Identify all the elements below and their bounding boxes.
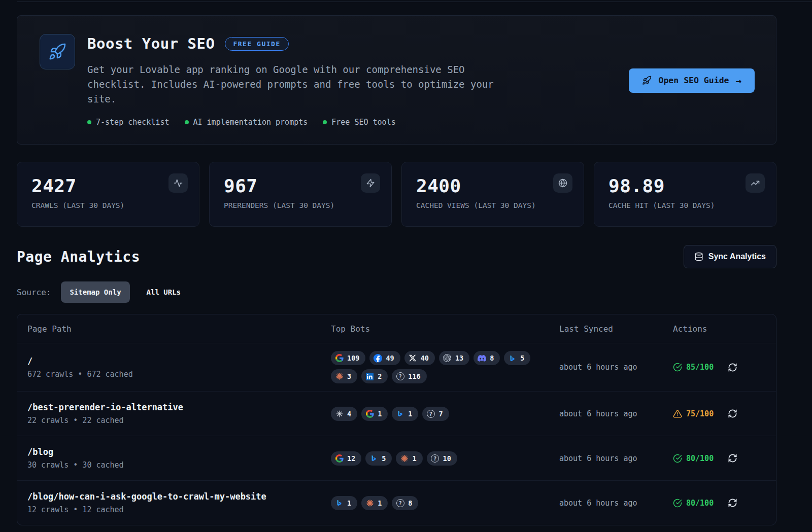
page-path: /	[27, 356, 331, 366]
bot-badge-google: 12	[331, 451, 361, 466]
refresh-icon	[728, 498, 737, 508]
bot-badge-google: 109	[331, 351, 365, 365]
stat-card-prerenders: 967 PRERENDERS (LAST 30 DAYS)	[209, 162, 392, 227]
bot-count: 49	[386, 354, 394, 362]
last-synced: about 6 hours ago	[559, 409, 673, 418]
banner-title: Boost Your SEO	[87, 35, 215, 52]
refresh-button[interactable]	[727, 452, 738, 464]
asterisk-bot-icon	[335, 409, 344, 418]
rocket-icon-box	[40, 34, 75, 69]
stat-card-cache-hit: 98.89 CACHE HIT (LAST 30 DAYS)	[594, 162, 776, 227]
column-header-last-synced: Last Synced	[559, 324, 673, 334]
arrow-right-icon: →	[736, 75, 741, 86]
bot-badges: 11?8	[331, 496, 554, 510]
score-value: 75/100	[686, 409, 714, 418]
bot-badge-bing: 5	[365, 451, 392, 466]
feature-label: 7-step checklist	[96, 118, 170, 127]
stat-value: 2427	[31, 175, 185, 196]
google-bot-icon	[335, 454, 344, 463]
table-row: /best-prerender-io-alternative 22 crawls…	[17, 391, 776, 436]
score-value: 80/100	[686, 454, 714, 463]
question-mark-icon: ?	[427, 410, 435, 418]
rocket-icon	[48, 43, 66, 61]
bot-count: 12	[347, 454, 355, 463]
stat-label: CRAWLS (LAST 30 DAYS)	[31, 201, 185, 209]
table-row: /blog 30 crawls • 30 cached 1251?10 abou…	[17, 436, 776, 480]
stat-value: 2400	[416, 175, 569, 196]
bot-badge-facebook: 49	[369, 351, 400, 365]
stat-cards: 2427 CRAWLS (LAST 30 DAYS) 967 PRERENDER…	[17, 162, 776, 227]
bot-count: 8	[490, 354, 494, 362]
page-crawl-stats: 30 crawls • 30 cached	[27, 460, 331, 470]
feature-label: AI implementation prompts	[193, 118, 308, 127]
bot-badge-discord: 8	[473, 351, 500, 365]
score-badge: 80/100	[673, 499, 714, 508]
bot-badge-google: 1	[361, 407, 388, 421]
bot-badges: 1251?10	[331, 451, 554, 466]
top-divider	[17, 2, 812, 2]
sync-analytics-button[interactable]: Sync Analytics	[684, 245, 776, 268]
bot-badge-openai: 13	[439, 351, 469, 365]
source-label: Source:	[17, 288, 51, 297]
refresh-button[interactable]	[727, 362, 738, 373]
refresh-button[interactable]	[727, 408, 738, 419]
cta-label: Open SEO Guide	[658, 76, 729, 85]
green-dot-icon	[185, 120, 189, 124]
bot-count: 3	[347, 372, 351, 380]
banner-description: Get your Lovable app ranking on Google w…	[87, 62, 509, 107]
globe-icon	[553, 173, 572, 193]
score-badge: 85/100	[673, 363, 714, 372]
bot-count: 109	[347, 354, 359, 362]
bot-badge-claude: 1	[396, 451, 422, 466]
discord-bot-icon	[478, 354, 486, 363]
banner-features: 7-step checklist AI implementation promp…	[87, 118, 614, 127]
page-analytics-title: Page Analytics	[17, 249, 140, 265]
table-row: / 672 crawls • 672 cached 1094940138532?…	[17, 343, 776, 391]
bot-badge-bing: 1	[392, 407, 418, 421]
rocket-icon	[642, 76, 652, 85]
feature-label: Free SEO tools	[331, 118, 395, 127]
open-seo-guide-button[interactable]: Open SEO Guide →	[629, 68, 755, 93]
page-crawl-stats: 22 crawls • 22 cached	[27, 416, 331, 425]
source-option-all-urls[interactable]: All URLs	[138, 281, 189, 303]
bot-badge-unknown: ?8	[392, 496, 418, 510]
claude-bot-icon	[335, 372, 344, 381]
stat-card-cached-views: 2400 CACHED VIEWS (LAST 30 DAYS)	[401, 162, 584, 227]
page-path: /blog/how-can-i-ask-google-to-crawl-my-w…	[27, 491, 331, 502]
refresh-button[interactable]	[727, 497, 738, 509]
database-icon	[694, 252, 703, 261]
claude-bot-icon	[400, 454, 409, 463]
bot-badge-asterisk: 4	[331, 407, 357, 421]
question-mark-icon: ?	[431, 454, 439, 463]
openai-bot-icon	[443, 354, 452, 363]
page-crawl-stats: 672 crawls • 672 cached	[27, 370, 331, 379]
free-guide-badge: FREE GUIDE	[225, 37, 288, 51]
x-bot-icon	[409, 354, 417, 363]
bot-count: 5	[520, 354, 524, 362]
bot-count: 40	[421, 354, 429, 362]
bot-count: 1	[378, 410, 382, 418]
green-dot-icon	[323, 120, 327, 124]
score-badge: 75/100	[673, 409, 714, 418]
warning-triangle-icon	[673, 409, 682, 418]
source-option-sitemap-only[interactable]: Sitemap Only	[61, 281, 129, 303]
page-path: /blog	[27, 447, 331, 457]
bot-badge-bing: 5	[504, 351, 530, 365]
score-value: 80/100	[686, 499, 714, 508]
bot-count: 4	[347, 410, 351, 418]
check-circle-icon	[673, 363, 682, 372]
bot-badge-x: 40	[404, 351, 435, 365]
column-header-top-bots: Top Bots	[331, 324, 559, 334]
bot-badge-bing: 1	[331, 496, 357, 510]
facebook-bot-icon	[374, 354, 382, 363]
bot-count: 116	[408, 372, 420, 380]
bot-badge-claude: 3	[331, 369, 357, 383]
bot-badge-unknown: ?7	[422, 407, 449, 421]
bing-bot-icon	[508, 354, 517, 363]
refresh-icon	[728, 409, 737, 418]
bot-count: 1	[378, 499, 382, 507]
bot-count: 1	[408, 410, 412, 418]
question-mark-icon: ?	[396, 372, 404, 380]
page-crawl-stats: 12 crawls • 12 cached	[27, 505, 331, 514]
sync-analytics-label: Sync Analytics	[708, 252, 766, 261]
